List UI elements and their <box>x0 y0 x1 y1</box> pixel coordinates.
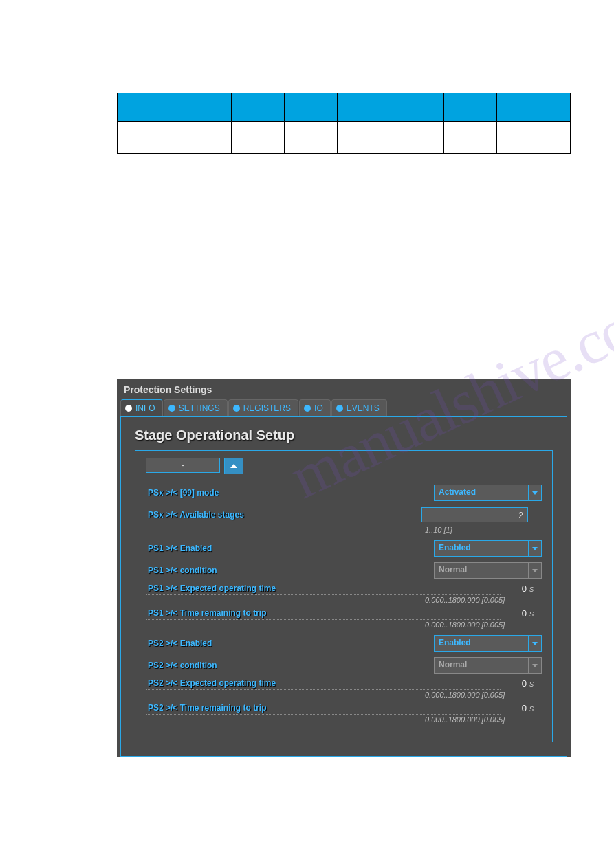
field-label-stages: PSx >/< Available stages <box>146 510 421 520</box>
unit-seconds: s <box>527 583 542 594</box>
dropdown-toggle[interactable] <box>528 485 541 500</box>
chevron-up-icon <box>230 464 237 468</box>
field-label-ps2-expected: PS2 >/< Expected operating time <box>146 678 501 690</box>
ps2-expected-value: 0 <box>506 678 527 689</box>
field-label-ps2-remaining: PS2 >/< Time remaining to trip <box>146 703 501 715</box>
dropdown-value: Normal <box>435 563 528 578</box>
tab-events[interactable]: EVENTS <box>331 399 387 416</box>
ps1-enabled-dropdown[interactable]: Enabled <box>434 540 542 557</box>
tab-dot-icon <box>336 405 343 412</box>
field-label-ps2-condition: PS2 >/< condition <box>146 660 434 670</box>
field-label-mode: PSx >/< [99] mode <box>146 488 434 498</box>
dropdown-toggle[interactable] <box>528 636 541 651</box>
field-label-ps2-enabled: PS2 >/< Enabled <box>146 638 434 648</box>
field-label-ps1-remaining: PS1 >/< Time remaining to trip <box>146 608 501 620</box>
ps2-remaining-hint: 0.000..1800.000 [0.005] <box>425 715 542 724</box>
ps2-condition-dropdown: Normal <box>434 657 542 674</box>
protection-settings-panel: Protection Settings INFO SETTINGS REGIST… <box>117 379 571 757</box>
section-heading: Stage Operational Setup <box>135 427 553 443</box>
unit-seconds: s <box>527 703 542 713</box>
dropdown-toggle <box>528 658 541 673</box>
unit-seconds: s <box>527 608 542 619</box>
tab-io[interactable]: IO <box>299 399 331 416</box>
dropdown-toggle <box>528 563 541 578</box>
dropdown-value: Activated <box>435 485 528 500</box>
unit-seconds: s <box>527 678 542 689</box>
ps2-expected-hint: 0.000..1800.000 [0.005] <box>425 691 542 699</box>
table-row <box>118 122 571 154</box>
ps1-expected-hint: 0.000..1800.000 [0.005] <box>425 596 542 604</box>
ps2-remaining-value: 0 <box>506 703 527 713</box>
chevron-down-icon <box>532 547 538 550</box>
tab-settings[interactable]: SETTINGS <box>164 399 228 416</box>
tab-content: Stage Operational Setup - PSx >/< [99] m… <box>120 416 567 757</box>
tab-dot-icon <box>304 405 311 412</box>
field-label-ps1-condition: PS1 >/< condition <box>146 566 434 575</box>
chevron-down-icon <box>532 569 538 572</box>
tab-bar: INFO SETTINGS REGISTERS IO EVENTS <box>117 399 571 416</box>
collapse-button[interactable] <box>224 458 243 474</box>
tab-registers[interactable]: REGISTERS <box>228 399 298 416</box>
tab-label: SETTINGS <box>179 403 220 413</box>
stages-hint: 1..10 [1] <box>425 526 542 534</box>
ps2-enabled-dropdown[interactable]: Enabled <box>434 635 542 652</box>
dropdown-value: Normal <box>435 658 528 673</box>
tab-info[interactable]: INFO <box>120 399 163 416</box>
table-header-row <box>118 93 571 122</box>
dropdown-toggle[interactable] <box>528 541 541 556</box>
ps1-remaining-value: 0 <box>506 608 527 619</box>
tab-dot-icon <box>233 405 240 412</box>
ončdropdown-value: Enabled <box>435 636 528 651</box>
tab-dot-icon <box>168 405 175 412</box>
ps1-condition-dropdown: Normal <box>434 562 542 579</box>
settings-group: - PSx >/< [99] mode Activated PSx >/< Av… <box>135 450 553 742</box>
ps1-remaining-hint: 0.000..1800.000 [0.005] <box>425 621 542 629</box>
tab-label: IO <box>314 403 323 413</box>
field-label-ps1-enabled: PS1 >/< Enabled <box>146 544 434 553</box>
chevron-down-icon <box>532 642 538 645</box>
mode-dropdown[interactable]: Activated <box>434 485 542 501</box>
tab-label: REGISTERS <box>243 403 291 413</box>
dropdown-value: Enabled <box>435 541 528 556</box>
tab-dot-icon <box>125 405 132 412</box>
collapse-label: - <box>146 458 220 473</box>
field-label-ps1-expected: PS1 >/< Expected operating time <box>146 583 501 595</box>
panel-title: Protection Settings <box>117 379 571 399</box>
data-table <box>117 93 571 154</box>
tab-label: EVENTS <box>347 403 380 413</box>
stages-input[interactable]: 2 <box>421 507 528 522</box>
tab-label: INFO <box>135 403 155 413</box>
chevron-down-icon <box>532 491 538 495</box>
ps1-expected-value: 0 <box>506 583 527 594</box>
chevron-down-icon <box>532 664 538 667</box>
